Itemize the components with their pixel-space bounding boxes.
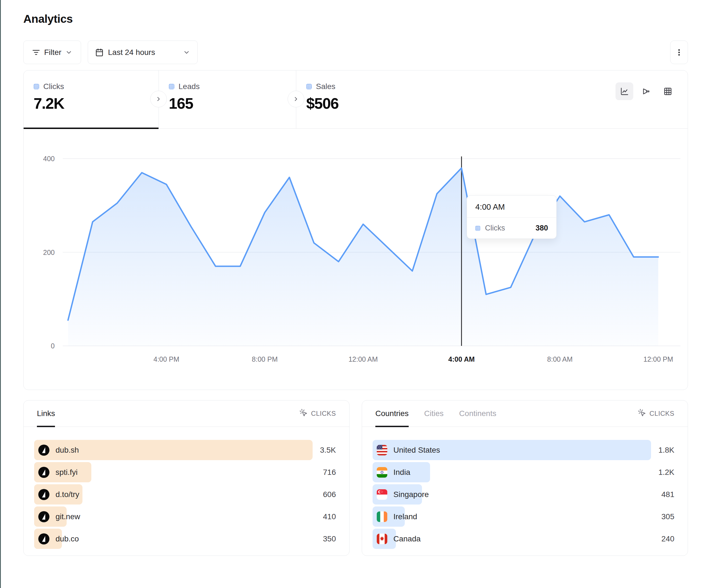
leads-legend-chip (169, 84, 174, 89)
row-value: 1.8K (658, 440, 674, 460)
dub-logo-icon (38, 511, 49, 522)
list-item[interactable]: dub.co350 (34, 529, 336, 549)
toolbar-spacer (204, 41, 664, 64)
stat-value: 165 (169, 95, 296, 112)
row-value: 1.2K (658, 462, 674, 482)
y-axis-tick-label: 0 (51, 342, 55, 350)
x-axis-tick-label: 12:00 AM (348, 355, 378, 363)
in-flag-icon (377, 467, 387, 478)
list-item[interactable]: dub.sh3.5K (34, 440, 336, 460)
stat-value: 7.2K (34, 95, 158, 112)
table-view-icon (664, 87, 672, 96)
row-label: Singapore (393, 490, 429, 499)
row-value: 481 (661, 484, 674, 504)
analytics-card: Clicks 7.2K Leads 165 Sales $506 (23, 70, 688, 390)
clicks-legend-chip (34, 84, 39, 89)
tab-countries-cities[interactable]: Cities (424, 401, 444, 427)
expand-sales-button[interactable] (288, 91, 304, 107)
row-value: 350 (323, 529, 336, 549)
chevron-right-icon (293, 96, 299, 103)
row-label: Ireland (393, 512, 417, 521)
list-item[interactable]: Canada240 (372, 529, 674, 549)
date-range-button[interactable]: Last 24 hours (88, 41, 198, 64)
cursor-click-icon (638, 409, 646, 419)
row-value: 240 (661, 529, 674, 549)
stats-row: Clicks 7.2K Leads 165 Sales $506 (24, 70, 688, 129)
tab-countries-continents[interactable]: Continents (459, 401, 496, 427)
row-value: 3.5K (320, 440, 336, 460)
countries-panel-tabs: CountriesCitiesContinents (375, 401, 496, 427)
row-label: dub.co (56, 535, 79, 543)
list-item[interactable]: United States1.8K (372, 440, 674, 460)
filter-button-label: Filter (44, 48, 61, 57)
chevron-right-icon (155, 96, 162, 103)
funnel-chart-toggle-button[interactable] (637, 82, 655, 100)
filter-icon (32, 48, 40, 56)
row-value: 410 (323, 506, 336, 527)
chevron-down-icon (183, 49, 190, 56)
more-options-button[interactable] (670, 41, 688, 64)
row-label: git.new (56, 512, 80, 521)
countries-metric[interactable]: CLICKS (638, 401, 674, 427)
row-label: d.to/try (56, 490, 80, 499)
chart-tooltip: 4:00 AM Clicks 380 (467, 195, 557, 239)
analytics-page: Analytics Filter Last 24 hours Clicks 7.… (23, 0, 688, 556)
chart-canvas: 02004004:00 PM8:00 PM12:00 AM4:00 AM8:00… (24, 129, 688, 389)
tab-links-links[interactable]: Links (37, 401, 55, 427)
breakdown-panels: Links CLICKS dub.sh3.5Kspti.fyi716d.to/t… (23, 400, 688, 556)
toolbar: Filter Last 24 hours (23, 41, 688, 64)
line-chart-toggle-button[interactable] (616, 82, 633, 100)
row-label: India (393, 468, 410, 477)
kebab-menu-icon (675, 48, 683, 56)
chevron-down-icon (65, 49, 72, 56)
list-item[interactable]: India1.2K (372, 462, 674, 482)
date-range-label: Last 24 hours (108, 48, 155, 57)
metric-label: CLICKS (649, 410, 674, 417)
active-tab-underline (24, 128, 158, 129)
table-view-toggle-button[interactable] (659, 82, 676, 100)
stat-tab-leads[interactable]: Leads 165 (158, 70, 296, 129)
list-item[interactable]: Ireland305 (372, 506, 674, 527)
sales-legend-chip (306, 84, 312, 89)
list-item[interactable]: d.to/try606 (34, 484, 336, 504)
links-metric[interactable]: CLICKS (299, 401, 336, 427)
dub-logo-icon (38, 533, 49, 544)
links-list: dub.sh3.5Kspti.fyi716d.to/try606git.new4… (24, 427, 349, 549)
dub-logo-icon (38, 489, 49, 500)
line-chart-icon (620, 87, 629, 96)
row-value: 606 (323, 484, 336, 504)
countries-panel: CountriesCitiesContinents CLICKS United … (362, 400, 688, 556)
cursor-click-icon (299, 409, 308, 419)
ie-flag-icon (377, 512, 387, 522)
sg-flag-icon (377, 489, 387, 500)
row-label: United States (393, 446, 440, 455)
stat-tab-clicks[interactable]: Clicks 7.2K (24, 70, 158, 129)
list-item[interactable]: spti.fyi716 (34, 462, 336, 482)
window-edge-strip (0, 0, 1, 588)
stat-label: Leads (178, 82, 200, 91)
clicks-area-chart[interactable]: 02004004:00 PM8:00 PM12:00 AM4:00 AM8:00… (24, 129, 688, 389)
calendar-icon (95, 48, 104, 56)
tooltip-value: 380 (536, 224, 548, 232)
stat-label: Clicks (43, 82, 64, 91)
list-item[interactable]: git.new410 (34, 506, 336, 527)
links-panel-tabs: Links (37, 401, 55, 427)
page-title: Analytics (23, 13, 688, 25)
filter-button[interactable]: Filter (23, 41, 81, 64)
tab-countries-countries[interactable]: Countries (375, 401, 409, 427)
row-label: Canada (393, 535, 421, 543)
row-label: spti.fyi (56, 468, 78, 477)
stat-label: Sales (316, 82, 336, 91)
tooltip-legend-chip (475, 226, 480, 231)
row-label: dub.sh (56, 446, 79, 455)
us-flag-icon (377, 445, 387, 455)
x-axis-tick-label: 12:00 PM (643, 355, 673, 363)
tooltip-time: 4:00 AM (467, 196, 556, 218)
list-item[interactable]: Singapore481 (372, 484, 674, 504)
tooltip-series-label: Clicks (485, 224, 505, 232)
row-value: 305 (661, 506, 674, 527)
dub-logo-icon (38, 445, 49, 456)
stat-tab-sales[interactable]: Sales $506 (296, 70, 433, 129)
x-axis-tick-label: 8:00 AM (547, 355, 573, 363)
expand-leads-button[interactable] (150, 91, 167, 107)
